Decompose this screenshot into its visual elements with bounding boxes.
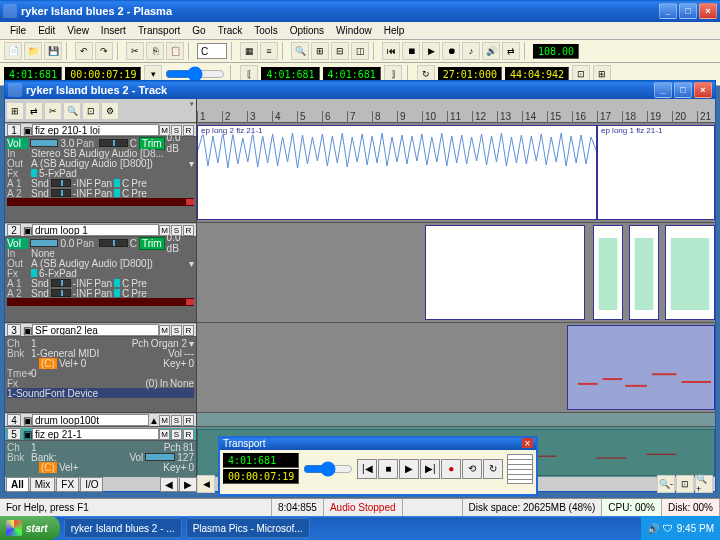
menu-view[interactable]: View: [61, 23, 95, 38]
track-name-input[interactable]: drum loop100t: [32, 414, 149, 426]
system-tray[interactable]: 🔊 🛡 9:45 PM: [641, 516, 720, 540]
tool-btn[interactable]: 📁: [24, 42, 42, 60]
track-tool[interactable]: ⊡: [82, 102, 100, 120]
zoom-button[interactable]: 🔍: [291, 42, 309, 60]
zoom-fit-button[interactable]: ⊡: [676, 475, 694, 493]
audio-clip[interactable]: ep long 2 fiz 21-1: [197, 125, 597, 220]
minimize-button[interactable]: _: [659, 3, 677, 19]
trim-button[interactable]: Trim: [139, 237, 165, 250]
key-label[interactable]: Key+: [163, 358, 186, 369]
menu-go[interactable]: Go: [186, 23, 211, 38]
expand-icon[interactable]: ▣: [23, 325, 32, 336]
track-name-input[interactable]: fiz ep 21-1: [32, 428, 159, 440]
trackwin-maximize[interactable]: □: [674, 82, 692, 98]
paste-button[interactable]: 📋: [166, 42, 184, 60]
mute-button[interactable]: M: [159, 415, 170, 426]
track-name-input[interactable]: SF organ2 lea: [32, 324, 159, 336]
volume-slider[interactable]: [30, 139, 59, 147]
tempo-display[interactable]: 108.00: [533, 44, 579, 59]
menu-transport[interactable]: Transport: [132, 23, 186, 38]
audio-clip[interactable]: [425, 225, 585, 320]
repeat-button[interactable]: ↻: [483, 459, 503, 479]
menu-tools[interactable]: Tools: [248, 23, 283, 38]
track-lane[interactable]: [197, 223, 715, 323]
tool-btn[interactable]: 💾: [44, 42, 62, 60]
track-lane[interactable]: ep long 2 fiz 21-1 ep long 1 fiz 21-1: [197, 123, 715, 223]
chevron-down-icon[interactable]: ▾: [189, 258, 194, 269]
expand-icon[interactable]: ▣: [23, 429, 32, 440]
record-arm-button[interactable]: R: [183, 325, 194, 336]
tool-btn[interactable]: ⊟: [331, 42, 349, 60]
menu-edit[interactable]: Edit: [32, 23, 61, 38]
tab-all[interactable]: All: [6, 477, 29, 492]
rewind-button[interactable]: |◀: [357, 459, 377, 479]
stop-button[interactable]: ⏹: [402, 42, 420, 60]
tool-btn[interactable]: 🔊: [482, 42, 500, 60]
trackwin-minimize[interactable]: _: [654, 82, 672, 98]
maximize-button[interactable]: □: [679, 3, 697, 19]
transport-time2[interactable]: 00:00:07:19: [223, 469, 299, 484]
send-slider[interactable]: [51, 279, 71, 287]
close-button[interactable]: ×: [699, 3, 717, 19]
key-label[interactable]: Key+: [163, 462, 186, 473]
tool-btn[interactable]: ≡: [260, 42, 278, 60]
track-tool[interactable]: ⇄: [25, 102, 43, 120]
record-button[interactable]: ●: [441, 459, 461, 479]
volume-slider[interactable]: [30, 239, 59, 247]
track-tool[interactable]: ⊞: [6, 102, 24, 120]
up-arrow-icon[interactable]: ▲: [149, 415, 159, 426]
menu-help[interactable]: Help: [378, 23, 411, 38]
track-lane[interactable]: [197, 413, 715, 427]
tool-btn[interactable]: ♪: [462, 42, 480, 60]
track-name-input[interactable]: fiz ep 210-1 loi: [32, 124, 159, 136]
pan-slider[interactable]: [99, 139, 128, 147]
transport-time1[interactable]: 4:01:681: [223, 453, 299, 468]
copy-button[interactable]: ⎘: [146, 42, 164, 60]
tab-mix[interactable]: Mix: [30, 477, 56, 492]
scroll-left-button[interactable]: ◀: [197, 475, 215, 493]
time-ruler[interactable]: 123456789101112131415161718192021: [197, 99, 715, 123]
track-header[interactable]: 4 ▣ drum loop100t ▲ MSR: [5, 413, 196, 427]
taskbar-item[interactable]: Plasma Pics - Microsof...: [186, 518, 310, 538]
record-button[interactable]: ⏺: [442, 42, 460, 60]
cut-button[interactable]: ✂: [126, 42, 144, 60]
send-pan[interactable]: [114, 279, 120, 287]
position-slider[interactable]: [165, 68, 225, 80]
tray-icon[interactable]: 🛡: [663, 523, 673, 534]
chevron-down-icon[interactable]: ▾: [189, 158, 194, 169]
undo-button[interactable]: ↶: [75, 42, 93, 60]
tool-btn[interactable]: ▦: [240, 42, 258, 60]
volume-slider[interactable]: [145, 453, 175, 461]
tab-io[interactable]: I/O: [80, 477, 103, 492]
fx-indicator[interactable]: [31, 169, 37, 177]
midi-out[interactable]: 1-SoundFont Device: [7, 388, 98, 399]
audio-clip[interactable]: ep long 1 fiz 21-1: [597, 125, 715, 220]
solo-button[interactable]: S: [171, 429, 182, 440]
solo-button[interactable]: S: [171, 325, 182, 336]
track-header[interactable]: 5 ▣ fiz ep 21-1 MSR: [5, 427, 196, 441]
solo-button[interactable]: S: [171, 415, 182, 426]
taskbar-item[interactable]: ryker Island blues 2 - ...: [64, 518, 182, 538]
transport-close-button[interactable]: ×: [522, 438, 533, 448]
menu-options[interactable]: Options: [284, 23, 330, 38]
pre-button[interactable]: Pre: [131, 188, 147, 199]
clock[interactable]: 9:45 PM: [677, 523, 714, 534]
menu-file[interactable]: File: [4, 23, 32, 38]
ffwd-button[interactable]: ▶|: [420, 459, 440, 479]
audio-clip[interactable]: [665, 225, 715, 320]
mute-button[interactable]: M: [159, 325, 170, 336]
send-pan[interactable]: [114, 289, 120, 297]
start-button[interactable]: start: [0, 516, 60, 540]
expand-icon[interactable]: ▣: [23, 125, 32, 136]
zoom-out-button[interactable]: 🔍-: [657, 475, 675, 493]
tab-fx[interactable]: FX: [56, 477, 79, 492]
menu-track[interactable]: Track: [212, 23, 249, 38]
midi-in[interactable]: None: [170, 378, 194, 389]
tray-icon[interactable]: 🔊: [647, 523, 659, 534]
tool-btn[interactable]: 📄: [4, 42, 22, 60]
fx-indicator[interactable]: [31, 269, 37, 277]
expand-icon[interactable]: ▣: [23, 415, 32, 426]
scroll-right-icon[interactable]: ▶: [179, 477, 197, 492]
loop-button[interactable]: ⟲: [462, 459, 482, 479]
audio-clip[interactable]: [593, 225, 623, 320]
